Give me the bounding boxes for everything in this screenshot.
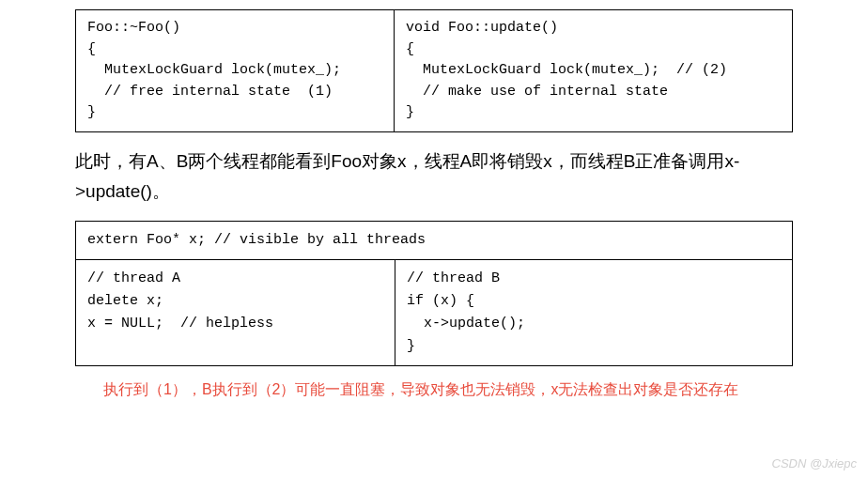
update-method-code: void Foo::update() { MutexLockGuard lock… [395, 9, 793, 132]
annotation-note: 执行到（1），B执行到（2）可能一直阻塞，导致对象也无法销毁，x无法检查出对象是… [75, 378, 793, 402]
thread-example-table: extern Foo* x; // visible by all threads… [75, 221, 793, 366]
document-container: Foo::~Foo() { MutexLockGuard lock(mutex_… [0, 9, 868, 402]
destructor-code: Foo::~Foo() { MutexLockGuard lock(mutex_… [75, 9, 395, 132]
thread-b-cell: // thread B if (x) { x->update(); } [395, 260, 792, 365]
table-header: extern Foo* x; // visible by all threads [76, 222, 792, 260]
table-body-row: // thread A delete x; x = NULL; // helpl… [76, 260, 792, 365]
explanation-paragraph: 此时，有A、B两个线程都能看到Foo对象x，线程A即将销毁x，而线程B正准备调用… [75, 146, 793, 208]
thread-a-cell: // thread A delete x; x = NULL; // helpl… [76, 260, 395, 365]
watermark: CSDN @Jxiepc [772, 456, 858, 470]
code-row-1: Foo::~Foo() { MutexLockGuard lock(mutex_… [75, 9, 793, 132]
